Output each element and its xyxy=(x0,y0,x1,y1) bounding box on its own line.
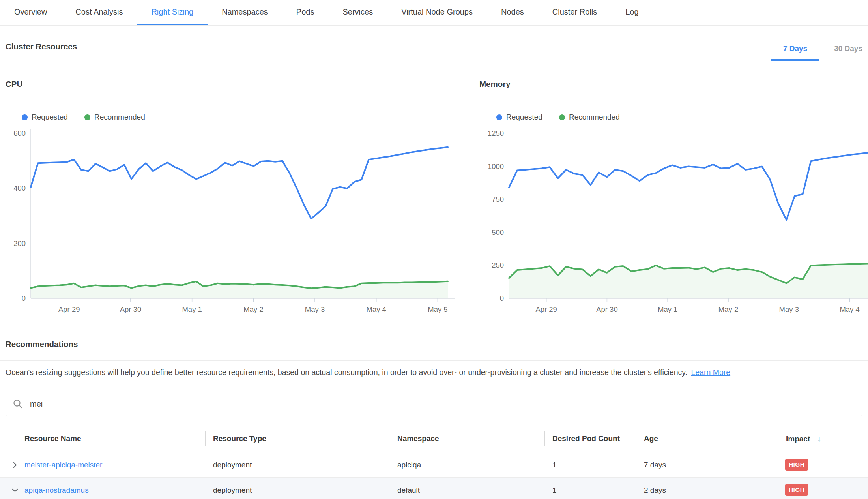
legend-item-recommended: Recommended xyxy=(559,113,620,122)
cpu-chart-title: CPU xyxy=(6,79,22,89)
range-tab-7-days[interactable]: 7 Days xyxy=(771,44,819,61)
legend-label: Requested xyxy=(506,113,542,122)
search-box[interactable] xyxy=(6,392,862,416)
memory-chart-panel: Memory Requested Recommended 12501000750… xyxy=(470,75,868,320)
svg-text:May 3: May 3 xyxy=(305,305,325,313)
search-input[interactable] xyxy=(29,399,855,409)
tab-services[interactable]: Services xyxy=(328,0,387,25)
table-row[interactable]: apiqa-nostradamus deployment default 1 2… xyxy=(0,478,868,499)
legend-item-requested: Requested xyxy=(496,113,542,122)
resource-type-cell: deployment xyxy=(213,478,252,499)
column-divider xyxy=(544,431,545,446)
svg-text:May 5: May 5 xyxy=(428,305,447,313)
desired-pod-count-cell: 1 xyxy=(552,452,557,478)
svg-text:Apr 30: Apr 30 xyxy=(120,305,142,313)
svg-text:0: 0 xyxy=(500,294,504,302)
main-tab-bar: Overview Cost Analysis Right Sizing Name… xyxy=(0,0,868,26)
column-divider xyxy=(638,431,638,446)
sort-desc-icon[interactable]: ↓ xyxy=(817,434,821,443)
svg-text:500: 500 xyxy=(492,228,504,236)
tab-log[interactable]: Log xyxy=(611,0,653,25)
range-tab-30-days[interactable]: 30 Days xyxy=(822,44,868,61)
svg-text:Apr 29: Apr 29 xyxy=(58,305,80,313)
tab-cluster-rolls[interactable]: Cluster Rolls xyxy=(538,0,611,25)
column-header-impact[interactable]: Impact↓ xyxy=(786,426,821,452)
svg-text:Apr 29: Apr 29 xyxy=(535,305,557,313)
svg-text:1250: 1250 xyxy=(488,129,504,137)
recommended-legend-dot xyxy=(84,114,90,120)
svg-text:May 2: May 2 xyxy=(243,305,263,313)
cpu-line-chart: 6004002000Apr 29Apr 30May 1May 2May 3May… xyxy=(0,126,458,314)
column-header-resource-name[interactable]: Resource Name xyxy=(24,426,81,452)
divider xyxy=(0,360,868,361)
cpu-legend: Requested Recommended xyxy=(22,113,145,122)
namespace-cell: default xyxy=(397,478,420,499)
impact-header-label: Impact xyxy=(786,435,810,443)
cpu-chart-panel: CPU Requested Recommended 6004002000Apr … xyxy=(0,75,458,320)
requested-legend-dot xyxy=(496,114,502,120)
column-divider xyxy=(779,431,779,446)
tab-virtual-node-groups[interactable]: Virtual Node Groups xyxy=(387,0,487,25)
divider xyxy=(470,92,868,92)
search-icon xyxy=(13,399,23,409)
legend-label: Recommended xyxy=(569,113,620,122)
column-divider xyxy=(205,431,206,446)
chevron-right-icon[interactable] xyxy=(11,461,19,469)
svg-text:600: 600 xyxy=(13,129,26,137)
svg-text:200: 200 xyxy=(13,239,26,248)
legend-label: Recommended xyxy=(94,113,145,122)
svg-text:May 1: May 1 xyxy=(658,305,677,313)
recommendations-text: Ocean's resizing suggestions will help y… xyxy=(6,368,687,377)
tab-right-sizing[interactable]: Right Sizing xyxy=(137,0,208,25)
svg-text:400: 400 xyxy=(13,184,26,192)
recommended-legend-dot xyxy=(559,114,565,120)
column-header-namespace[interactable]: Namespace xyxy=(397,426,439,452)
tab-overview[interactable]: Overview xyxy=(0,0,61,25)
column-header-desired-pod-count[interactable]: Desired Pod Count xyxy=(552,426,620,452)
table-row[interactable]: meister-apiciqa-meister deployment apici… xyxy=(0,452,868,478)
svg-text:750: 750 xyxy=(492,195,504,203)
legend-item-recommended: Recommended xyxy=(84,113,145,122)
resource-name-link[interactable]: apiqa-nostradamus xyxy=(24,478,89,499)
age-cell: 2 days xyxy=(644,478,666,499)
impact-badge: HIGH xyxy=(785,484,808,496)
svg-text:May 2: May 2 xyxy=(718,305,738,313)
legend-item-requested: Requested xyxy=(22,113,68,122)
resource-type-cell: deployment xyxy=(213,452,252,478)
impact-badge: HIGH xyxy=(785,459,808,471)
tab-pods[interactable]: Pods xyxy=(282,0,329,25)
svg-text:May 4: May 4 xyxy=(367,305,386,313)
memory-legend: Requested Recommended xyxy=(496,113,620,122)
column-header-age[interactable]: Age xyxy=(644,426,658,452)
recommendations-title: Recommendations xyxy=(6,340,78,349)
svg-text:1000: 1000 xyxy=(488,162,504,171)
svg-text:Apr 30: Apr 30 xyxy=(596,305,618,313)
age-cell: 7 days xyxy=(644,452,666,478)
page-title: Cluster Resources xyxy=(6,42,77,51)
chevron-down-icon[interactable] xyxy=(11,486,19,494)
svg-text:0: 0 xyxy=(22,294,26,302)
recommendations-description: Ocean's resizing suggestions will help y… xyxy=(6,368,730,377)
namespace-cell: apiciqa xyxy=(397,452,421,478)
tab-nodes[interactable]: Nodes xyxy=(487,0,538,25)
memory-line-chart: 125010007505002500Apr 29Apr 30May 1May 2… xyxy=(470,126,868,314)
cluster-resources-header: Cluster Resources 7 Days 30 Days xyxy=(0,26,868,60)
column-header-resource-type[interactable]: Resource Type xyxy=(213,426,266,452)
requested-legend-dot xyxy=(22,114,28,120)
divider xyxy=(0,92,458,92)
table-header-row: Resource Name Resource Type Namespace De… xyxy=(0,426,868,452)
tab-namespaces[interactable]: Namespaces xyxy=(208,0,282,25)
resource-name-link[interactable]: meister-apiciqa-meister xyxy=(24,452,102,478)
time-range-toggle: 7 Days 30 Days xyxy=(771,44,868,61)
svg-text:May 1: May 1 xyxy=(182,305,202,313)
legend-label: Requested xyxy=(32,113,68,122)
learn-more-link[interactable]: Learn More xyxy=(691,368,730,377)
svg-text:250: 250 xyxy=(492,261,504,269)
svg-text:May 4: May 4 xyxy=(840,305,859,313)
tab-cost-analysis[interactable]: Cost Analysis xyxy=(61,0,137,25)
desired-pod-count-cell: 1 xyxy=(552,478,557,499)
column-divider xyxy=(389,431,389,446)
recommendations-table: Resource Name Resource Type Namespace De… xyxy=(0,426,868,499)
memory-chart-title: Memory xyxy=(479,79,511,89)
svg-text:May 3: May 3 xyxy=(779,305,799,313)
